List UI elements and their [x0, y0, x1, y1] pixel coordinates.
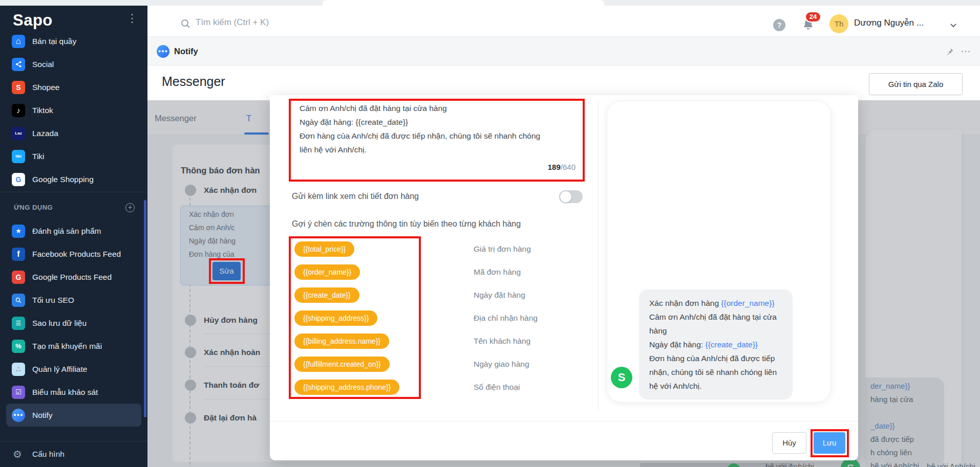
avatar[interactable]: Th — [829, 14, 848, 33]
field-chip[interactable]: {{order_name}} — [294, 264, 360, 280]
field-chip[interactable]: {{shipping_address.phone}} — [294, 380, 399, 395]
pin-icon[interactable] — [945, 47, 954, 56]
field-label: Ngày giao hàng — [474, 357, 538, 372]
bubble-line: Cảm ơn Anh/chị đã đặt hàng tại cửa hàng — [649, 310, 782, 338]
sidebar-item-google-feed[interactable]: GGoogle Products Feed — [0, 265, 147, 288]
cancel-button[interactable]: Hủy — [772, 432, 806, 454]
sidebar-item-pos[interactable]: ⌂Bán tại quầy — [0, 30, 147, 53]
sidebar-item-notify[interactable]: ●●●Notify — [6, 404, 141, 427]
screen: Sapo ⋮ ⌂Bán tại quầySocialSShopee♪Tiktok… — [0, 0, 980, 467]
sidebar-item-config[interactable]: Cấu hình — [32, 450, 65, 459]
notify-app-icon: ●●● — [157, 45, 169, 58]
sidebar-divider — [0, 192, 147, 192]
sidebar-item-social[interactable]: Social — [0, 53, 147, 76]
char-counter: 189/640 — [291, 163, 576, 171]
sidebar-item-label: Biểu mẫu khảo sát — [32, 388, 98, 397]
message-line: Cảm ơn Anh/chị đã đặt hàng tại cửa hàng — [300, 101, 576, 115]
chevron-down-icon[interactable] — [949, 21, 957, 29]
sapo-avatar: S — [611, 367, 632, 388]
sidebar-scrollbar[interactable] — [144, 200, 146, 417]
sidebar-item-tiktok[interactable]: ♪Tiktok — [0, 99, 147, 122]
bubble-line: Ngày đặt hàng: {{create_date}} — [649, 338, 782, 351]
chat-preview-bubble: Xác nhận đơn hàng {{order_name}}Cảm ơn A… — [639, 290, 793, 399]
field-labels: Giá trị đơn hàngMã đơn hàngNgày đặt hàng… — [474, 241, 538, 395]
link-toggle-label: Gửi kèm link xem chi tiết đơn hàng — [292, 192, 419, 201]
gear-icon: ⚙ — [13, 448, 22, 460]
sidebar-item-label: Lazada — [32, 129, 58, 138]
notify-appbar: ●●● Notify ⋯ — [147, 37, 980, 65]
sidebar-item-label: Tiki — [32, 152, 45, 161]
browser-tab-shape — [323, 0, 604, 6]
sidebar-item-label: Tạo mã khuyến mãi — [32, 342, 102, 351]
help-icon[interactable]: ? — [773, 19, 785, 31]
field-label: Số điện thoại — [474, 380, 538, 395]
sidebar-item-seo[interactable]: Tối ưu SEO — [0, 288, 147, 312]
search-input[interactable]: Tìm kiếm (Ctrl + K) — [196, 17, 269, 28]
bubble-line: Xác nhận đơn hàng {{order_name}} — [649, 296, 782, 310]
message-textarea[interactable]: Cảm ơn Anh/chị đã đặt hàng tại cửa hàngN… — [300, 101, 576, 157]
reviews-icon: ★ — [12, 225, 25, 238]
sidebar-item-label: Bán tại quầy — [32, 37, 76, 46]
char-limit: /640 — [561, 163, 576, 171]
sidebar-item-label: Quản lý Affiliate — [32, 365, 87, 374]
shopee-icon: S — [12, 81, 25, 94]
field-chip[interactable]: {{fulfillment.created_on}} — [294, 357, 390, 372]
modal-divider — [598, 100, 599, 410]
tiktok-icon: ♪ — [12, 104, 25, 117]
sidebar-item-label: Facebook Products Feed — [32, 250, 121, 259]
footer-divider — [270, 421, 858, 421]
sidebar-item-label: Social — [32, 60, 54, 69]
user-name[interactable]: Dương Nguyễn ... — [854, 18, 924, 28]
field-chips: {{total_price}}{{order_name}}{{create_da… — [294, 241, 399, 395]
field-chip[interactable]: {{billing_address.name}} — [294, 333, 389, 349]
sidebar-item-label: Tiktok — [32, 106, 53, 115]
survey-icon: ☑ — [12, 386, 25, 399]
sidebar-item-reviews[interactable]: ★Đánh giá sản phẩm — [0, 219, 147, 242]
sidebar-item-label: Google Products Feed — [32, 273, 112, 282]
sidebar-item-label: Google Shopping — [32, 175, 94, 184]
field-label: Tên khách hàng — [474, 333, 538, 349]
chat-preview-panel: Xác nhận đơn hàng {{order_name}}Cảm ơn A… — [607, 101, 831, 403]
field-chip[interactable]: {{shipping_address}} — [294, 310, 377, 326]
field-label: Địa chỉ nhận hàng — [474, 310, 538, 326]
add-app-icon[interactable]: + — [125, 203, 135, 212]
send-via-zalo-button[interactable]: Gửi tin qua Zalo — [869, 73, 963, 95]
sidebar-item-backup[interactable]: ☰Sao lưu dữ liệu — [0, 312, 147, 335]
sidebar-divider-bottom — [0, 441, 147, 441]
search-icon — [180, 18, 190, 29]
more-options-icon[interactable]: ⋯ — [961, 45, 971, 57]
sidebar-item-lazada[interactable]: LazLazada — [0, 122, 147, 145]
sidebar-item-label: Sao lưu dữ liệu — [32, 319, 87, 328]
toggle-knob — [560, 191, 571, 203]
sidebar-item-label: Notify — [32, 411, 53, 420]
sidebar-item-affiliate[interactable]: ∴Quản lý Affiliate — [0, 358, 147, 381]
google-feed-icon: G — [12, 271, 25, 284]
page-title: Messenger — [162, 74, 225, 89]
field-label: Ngày đặt hàng — [474, 287, 538, 303]
lazada-icon: Laz — [12, 127, 25, 140]
suggestion-label: Gợi ý chèn các trường thông tin tùy biến… — [292, 219, 521, 229]
char-count: 189 — [548, 163, 561, 171]
sidebar-item-tiki[interactable]: tikiTiki — [0, 145, 147, 168]
template-edit-modal: Cảm ơn Anh/chị đã đặt hàng tại cửa hàngN… — [270, 95, 858, 460]
seo-icon — [12, 294, 25, 307]
sidebar-kebab-icon[interactable]: ⋮ — [126, 13, 138, 24]
link-toggle[interactable] — [559, 190, 583, 203]
message-line: Đơn hàng của Anh/chị đã được tiếp nhận, … — [300, 129, 576, 143]
field-chip[interactable]: {{total_price}} — [294, 241, 354, 257]
sidebar-item-label: Tối ưu SEO — [32, 296, 74, 305]
save-button[interactable]: Lưu — [814, 432, 845, 454]
sidebar-item-survey[interactable]: ☑Biểu mẫu khảo sát — [0, 381, 147, 404]
field-label: Mã đơn hàng — [474, 264, 538, 280]
sidebar: Sapo ⋮ ⌂Bán tại quầySocialSShopee♪Tiktok… — [0, 6, 147, 467]
notification-badge[interactable]: 24 — [805, 11, 821, 23]
field-chip[interactable]: {{create_date}} — [294, 287, 359, 303]
google-shopping-icon: G — [12, 173, 25, 186]
sapo-logo[interactable]: Sapo — [13, 11, 53, 30]
sidebar-item-coupon[interactable]: %Tạo mã khuyến mãi — [0, 335, 147, 358]
field-label: Giá trị đơn hàng — [474, 241, 538, 257]
tiki-icon: tiki — [12, 150, 25, 163]
sidebar-item-google-shopping[interactable]: GGoogle Shopping — [0, 168, 147, 191]
sidebar-item-shopee[interactable]: SShopee — [0, 76, 147, 99]
sidebar-item-facebook-feed[interactable]: fFacebook Products Feed — [0, 242, 147, 265]
